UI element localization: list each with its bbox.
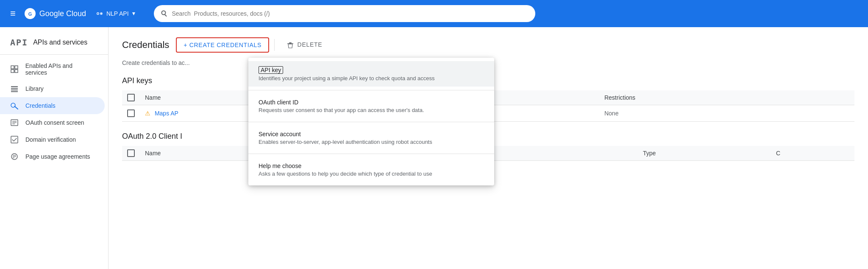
- enabled-apis-icon: [10, 65, 19, 73]
- hamburger-menu-button[interactable]: ≡: [7, 5, 19, 22]
- dropdown-help-desc: Asks a few questions to help you decide …: [259, 171, 484, 177]
- create-credentials-label: + CREATE CREDENTIALS: [184, 42, 262, 48]
- svg-rect-25: [289, 42, 292, 43]
- project-dots-icon: [95, 9, 104, 18]
- oauth-select-all-checkbox[interactable]: [127, 149, 135, 157]
- sidebar-item-oauth-consent[interactable]: OAuth consent screen: [0, 114, 105, 131]
- api-key-col3: [536, 105, 599, 122]
- svg-line-15: [15, 106, 18, 109]
- sidebar-item-page-usage[interactable]: Page usage agreements: [0, 148, 105, 165]
- project-name: NLP API: [106, 10, 129, 17]
- google-cloud-logo: G Google Cloud: [24, 8, 86, 20]
- google-cloud-logo-icon: G: [24, 8, 36, 20]
- project-selector[interactable]: NLP API ▼: [91, 7, 141, 20]
- project-dropdown-icon: ▼: [131, 11, 136, 17]
- svg-rect-10: [11, 86, 18, 87]
- sidebar-item-enabled-apis[interactable]: Enabled APIs and services: [0, 58, 105, 80]
- svg-rect-9: [15, 70, 18, 73]
- search-icon: [161, 10, 168, 17]
- select-all-checkbox[interactable]: [127, 94, 135, 101]
- delete-icon: [287, 42, 294, 49]
- sidebar-item-library[interactable]: Library: [0, 80, 105, 97]
- content-area: Credentials + CREATE CREDENTIALS DELETE: [108, 27, 868, 269]
- api-key-name-link[interactable]: Maps AP: [155, 110, 178, 117]
- sidebar-item-label-oauth-consent: OAuth consent screen: [25, 119, 84, 126]
- oauth-col-type: Type: [638, 146, 771, 161]
- svg-rect-12: [11, 90, 18, 90]
- domain-verification-icon: [10, 135, 19, 144]
- google-cloud-text: Google Cloud: [39, 9, 86, 18]
- api-icon: API: [10, 37, 28, 48]
- dropdown-api-key-title: API key: [259, 66, 484, 74]
- top-navigation: ≡ G Google Cloud NLP API ▼: [0, 0, 868, 27]
- library-icon: [10, 84, 19, 93]
- dropdown-divider-2: [248, 122, 494, 122]
- delete-text: DELETE: [298, 41, 323, 48]
- delete-button[interactable]: DELETE: [280, 37, 329, 52]
- sidebar-item-label-credentials: Credentials: [25, 102, 56, 109]
- dropdown-oauth-desc: Requests user consent so that your app c…: [259, 107, 484, 113]
- svg-rect-26: [287, 43, 293, 44]
- dropdown-service-desc: Enables server-to-server, app-level auth…: [259, 139, 484, 145]
- dropdown-item-help-choose[interactable]: Help me choose Asks a few questions to h…: [248, 157, 494, 182]
- svg-rect-8: [11, 70, 14, 73]
- content-header: Credentials + CREATE CREDENTIALS DELETE: [122, 37, 854, 53]
- sidebar-item-credentials[interactable]: Credentials: [0, 97, 105, 114]
- oauth-col-checkbox: [122, 146, 140, 161]
- sidebar-item-label-library: Library: [25, 85, 44, 92]
- main-layout: API APIs and services Enabled APIs and s…: [0, 27, 868, 269]
- page-usage-icon: [10, 152, 19, 161]
- sidebar-header: API APIs and services: [0, 31, 108, 55]
- dropdown-api-key-desc: Identifies your project using a simple A…: [259, 75, 484, 81]
- sidebar-item-domain-verification[interactable]: Domain verification: [0, 131, 105, 148]
- svg-text:G: G: [28, 11, 32, 17]
- api-keys-col-checkbox: [122, 90, 140, 105]
- toolbar-divider: [274, 39, 275, 51]
- svg-point-5: [100, 13, 102, 14]
- sidebar-item-label-page-usage: Page usage agreements: [25, 153, 90, 160]
- svg-rect-13: [11, 91, 18, 92]
- create-credentials-button[interactable]: + CREATE CREDENTIALS: [176, 37, 269, 53]
- svg-rect-11: [11, 88, 18, 89]
- svg-rect-7: [15, 66, 18, 69]
- oauth-consent-icon: [10, 118, 19, 127]
- credentials-icon: [10, 101, 19, 110]
- api-key-row-checkbox[interactable]: [127, 109, 135, 117]
- page-title: Credentials: [122, 39, 169, 50]
- sidebar-header-title: APIs and services: [33, 39, 87, 46]
- api-keys-col-restrictions: Restrictions: [599, 90, 854, 105]
- dropdown-item-oauth-client[interactable]: OAuth client ID Requests user consent so…: [248, 94, 494, 118]
- api-key-row-checkbox-cell: [122, 105, 140, 122]
- sidebar: API APIs and services Enabled APIs and s…: [0, 27, 108, 269]
- dropdown-item-api-key[interactable]: API key Identifies your project using a …: [248, 61, 494, 87]
- sidebar-item-label-domain-verification: Domain verification: [25, 136, 76, 143]
- oauth-col-c: C: [771, 146, 854, 161]
- dropdown-divider-1: [248, 90, 494, 90]
- api-keys-col-3: [536, 90, 599, 105]
- credentials-dropdown-menu: API key Identifies your project using a …: [248, 58, 494, 185]
- svg-point-4: [97, 13, 98, 14]
- dropdown-divider-3: [248, 154, 494, 154]
- dropdown-oauth-title: OAuth client ID: [259, 99, 484, 106]
- sidebar-item-label-enabled-apis: Enabled APIs and services: [25, 62, 95, 76]
- search-bar[interactable]: [154, 5, 535, 22]
- dropdown-item-service-account[interactable]: Service account Enables server-to-server…: [248, 126, 494, 150]
- oauth-col-empty: [579, 146, 638, 161]
- warning-icon: ⚠: [145, 110, 150, 117]
- api-key-restrictions: None: [599, 105, 854, 122]
- toolbar: + CREATE CREDENTIALS DELETE: [176, 37, 329, 53]
- delete-label: DELETE: [287, 41, 322, 48]
- search-input[interactable]: [172, 10, 529, 17]
- dropdown-service-title: Service account: [259, 131, 484, 137]
- dropdown-help-title: Help me choose: [259, 163, 484, 169]
- api-key-border-label: API key: [259, 66, 283, 74]
- svg-rect-6: [11, 66, 14, 69]
